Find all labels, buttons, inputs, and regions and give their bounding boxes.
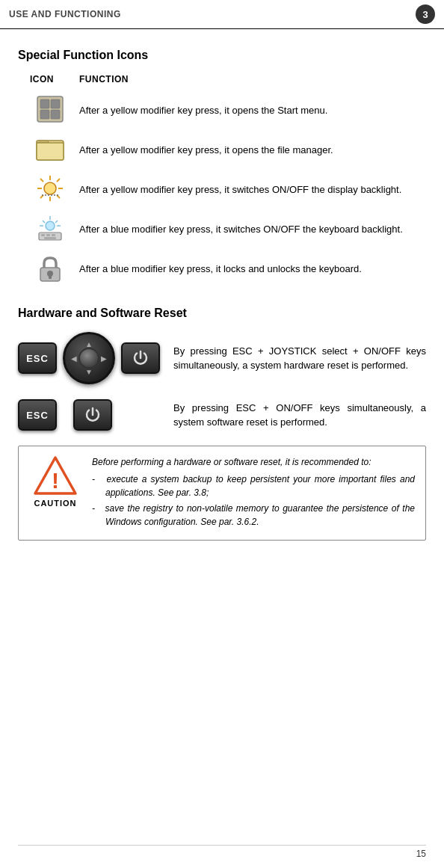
caution-bullet-1: - — [92, 474, 107, 484]
kbd-backlight-icon — [36, 214, 64, 242]
esc-key-hardware: ESC — [18, 342, 57, 374]
svg-line-18 — [43, 221, 45, 223]
main-content: Special Function Icons ICON FUNCTION — [0, 29, 444, 554]
software-reset-desc: By pressing ESC + ON/OFF keys simultaneo… — [173, 401, 426, 430]
svg-rect-27 — [44, 237, 56, 239]
power-icon — [132, 349, 149, 367]
power-key-software — [73, 399, 112, 431]
table-row: After a blue modifier key press, it lock… — [18, 249, 426, 289]
footer-page-number: 15 — [416, 849, 426, 859]
sfi-func-5: After a blue modifier key press, it lock… — [70, 249, 426, 289]
svg-line-13 — [57, 179, 60, 182]
svg-rect-25 — [46, 234, 50, 236]
table-row: After a yellow modifier key press, it op… — [18, 130, 426, 170]
page-footer: 15 — [18, 845, 426, 859]
power-key-hardware — [121, 342, 160, 374]
windows-icon — [36, 95, 64, 123]
caution-item-2-text: save the registry to non-volatile memory… — [105, 503, 415, 528]
sfi-func-3: After a yellow modifier key press, it sw… — [70, 170, 426, 209]
page-number-badge: 3 — [416, 4, 435, 24]
software-reset-row: ESC By pressing ESC + ON/OFF keys simult… — [18, 399, 426, 431]
icon-cell-display — [18, 170, 70, 209]
svg-line-19 — [55, 221, 58, 223]
icon-cell-kbd-backlight — [18, 209, 70, 249]
col-header-icon: ICON — [18, 74, 70, 90]
joystick-arrow-left: ◀ — [71, 354, 77, 363]
svg-line-11 — [40, 179, 43, 182]
svg-rect-26 — [52, 234, 55, 236]
col-header-function: FUNCTION — [70, 74, 426, 90]
hardware-reset-row: ESC ▲ ▼ ◀ ▶ By pressing ESC + JOYS — [18, 332, 426, 384]
icon-cell-folder — [18, 130, 70, 170]
caution-box: ! CAUTION Before performing a hardware o… — [18, 446, 426, 541]
caution-text: Before performing a hardware or software… — [92, 455, 415, 531]
caution-bullet-2: - — [92, 503, 105, 514]
sfi-func-4: After a blue modifier key press, it swit… — [70, 209, 426, 249]
power-icon-2 — [84, 406, 102, 424]
sfi-func-2: After a yellow modifier key press, it op… — [70, 130, 426, 170]
sfi-table: ICON FUNCTION After a yellow modifier ke… — [18, 74, 426, 289]
caution-item-1-text: execute a system backup to keep persiste… — [105, 474, 415, 499]
table-row: After a yellow modifier key press, it sw… — [18, 170, 426, 209]
caution-label: CAUTION — [34, 499, 76, 508]
software-reset-keys: ESC — [18, 399, 167, 431]
esc-key-software: ESC — [18, 399, 57, 431]
svg-rect-1 — [40, 99, 49, 108]
caution-item-1: - execute a system backup to keep persis… — [92, 473, 415, 500]
caution-triangle-icon: ! — [33, 455, 78, 496]
table-row: After a blue modifier key press, it swit… — [18, 209, 426, 249]
lock-icon — [36, 253, 64, 282]
joystick-arrow-right: ▶ — [101, 354, 107, 363]
hardware-reset-keys: ESC ▲ ▼ ◀ ▶ — [18, 332, 167, 384]
hardware-reset-desc: By pressing ESC + JOYSTICK select + ON/O… — [173, 344, 426, 373]
sfi-func-1: After a yellow modifier key press, it op… — [70, 90, 426, 130]
svg-rect-2 — [51, 99, 60, 108]
reset-section: Hardware and Software Reset ESC ▲ ▼ ◀ ▶ — [18, 307, 426, 541]
svg-rect-30 — [49, 274, 52, 279]
caution-icon-wrap: ! CAUTION — [29, 455, 81, 508]
svg-point-15 — [44, 182, 56, 194]
svg-text:!: ! — [52, 468, 59, 493]
svg-rect-24 — [41, 234, 45, 236]
reset-section-title: Hardware and Software Reset — [18, 307, 426, 320]
svg-rect-4 — [51, 110, 60, 119]
sfi-section-title: Special Function Icons — [18, 49, 426, 62]
svg-rect-6 — [37, 143, 64, 160]
caution-intro: Before performing a hardware or software… — [92, 457, 371, 467]
display-backlight-icon — [36, 174, 64, 203]
joystick-center — [78, 348, 99, 369]
page-header: USE AND FUNCTIONING 3 — [0, 0, 444, 29]
folder-icon — [36, 135, 64, 163]
joystick-key: ▲ ▼ ◀ ▶ — [63, 332, 115, 384]
caution-list: - execute a system backup to keep persis… — [92, 473, 415, 529]
table-row: After a yellow modifier key press, it op… — [18, 90, 426, 130]
svg-rect-3 — [40, 110, 49, 119]
svg-point-22 — [46, 221, 55, 230]
icon-cell-lock — [18, 249, 70, 289]
joystick-arrow-down: ▼ — [85, 368, 93, 376]
header-title: USE AND FUNCTIONING — [9, 9, 121, 19]
icon-cell-windows — [18, 90, 70, 130]
caution-item-2: - save the registry to non-volatile memo… — [92, 502, 415, 529]
